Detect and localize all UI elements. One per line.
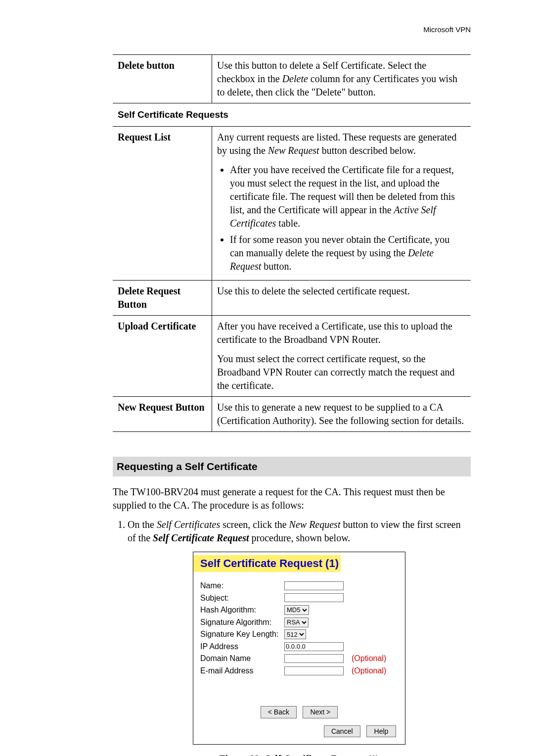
label-domain-name: Domain Name (200, 653, 284, 664)
label-name: Name: (200, 580, 284, 591)
help-button[interactable]: Help (366, 725, 396, 738)
row-label-new-request-button: New Request Button (113, 396, 212, 431)
row-desc-request-list: Any current requests are listed. These r… (212, 126, 471, 280)
row-desc-upload-certificate: After you have received a Certificate, u… (212, 315, 471, 396)
input-ip-address[interactable] (284, 642, 344, 651)
input-domain-name[interactable] (284, 654, 344, 663)
note-optional-domain: (Optional) (352, 653, 386, 664)
row-desc-delete-request-button: Use this to delete the selected certific… (212, 280, 471, 315)
definitions-table: Delete button Use this button to delete … (113, 54, 471, 432)
select-signature-algorithm[interactable]: RSA (284, 617, 309, 627)
select-signature-key-length[interactable]: 512 (284, 629, 306, 639)
row-label-delete-button: Delete button (113, 55, 212, 103)
self-cert-request-dialog: Self Certificate Request (1) Name: Subje… (193, 552, 405, 745)
select-hash-algorithm[interactable]: MD5 (284, 605, 309, 615)
row-label-delete-request-button: Delete Request Button (113, 280, 212, 315)
input-email-address[interactable] (284, 666, 344, 675)
label-signature-algorithm: Signature Algorithm: (200, 617, 284, 628)
row-desc-new-request-button: Use this to generate a new request to be… (212, 396, 471, 431)
row-desc-delete-button: Use this button to delete a Self Certifi… (212, 55, 471, 103)
row-label-upload-certificate: Upload Certificate (113, 315, 212, 396)
dialog-title: Self Certificate Request (1) (193, 555, 341, 572)
input-name[interactable] (284, 581, 344, 590)
input-subject[interactable] (284, 593, 344, 602)
section-heading-requesting-self-cert: Requesting a Self Certificate (113, 457, 471, 476)
note-optional-email: (Optional) (352, 665, 386, 676)
cancel-button[interactable]: Cancel (324, 725, 360, 738)
section-intro: The TW100-BRV204 must generate a request… (113, 485, 471, 512)
row-label-request-list: Request List (113, 126, 212, 280)
label-ip-address: IP Address (200, 641, 284, 652)
label-hash-algorithm: Hash Algorithm: (200, 605, 284, 615)
label-email-address: E-mail Address (200, 665, 284, 676)
label-subject: Subject: (200, 593, 284, 604)
label-signature-key-length: Signature Key Length: (200, 629, 284, 640)
page-header-right: Microsoft VPN (113, 25, 471, 35)
step-1: On the Self Certificates screen, click t… (128, 518, 471, 756)
back-button[interactable]: < Back (261, 706, 297, 718)
next-button[interactable]: Next > (303, 706, 338, 718)
section-head-self-cert-requests: Self Certificate Requests (113, 103, 471, 127)
figure-caption: Figure 89: Self Certificate Request (1) (128, 753, 471, 756)
